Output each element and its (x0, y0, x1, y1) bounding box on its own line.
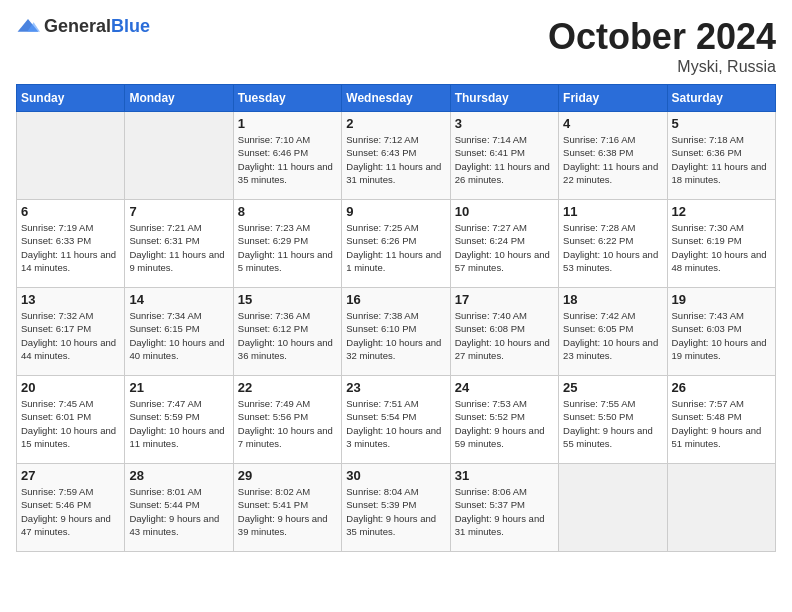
column-header-sunday: Sunday (17, 85, 125, 112)
day-number: 18 (563, 292, 662, 307)
day-detail: Sunrise: 7:25 AM Sunset: 6:26 PM Dayligh… (346, 221, 445, 274)
calendar-cell: 31Sunrise: 8:06 AM Sunset: 5:37 PM Dayli… (450, 464, 558, 552)
week-row-2: 6Sunrise: 7:19 AM Sunset: 6:33 PM Daylig… (17, 200, 776, 288)
calendar-cell: 10Sunrise: 7:27 AM Sunset: 6:24 PM Dayli… (450, 200, 558, 288)
day-detail: Sunrise: 7:47 AM Sunset: 5:59 PM Dayligh… (129, 397, 228, 450)
day-detail: Sunrise: 8:06 AM Sunset: 5:37 PM Dayligh… (455, 485, 554, 538)
column-header-tuesday: Tuesday (233, 85, 341, 112)
calendar-cell (125, 112, 233, 200)
day-detail: Sunrise: 7:28 AM Sunset: 6:22 PM Dayligh… (563, 221, 662, 274)
day-number: 31 (455, 468, 554, 483)
column-header-thursday: Thursday (450, 85, 558, 112)
day-detail: Sunrise: 7:38 AM Sunset: 6:10 PM Dayligh… (346, 309, 445, 362)
calendar-cell: 12Sunrise: 7:30 AM Sunset: 6:19 PM Dayli… (667, 200, 775, 288)
calendar-cell (17, 112, 125, 200)
day-number: 19 (672, 292, 771, 307)
day-detail: Sunrise: 7:49 AM Sunset: 5:56 PM Dayligh… (238, 397, 337, 450)
calendar-cell: 11Sunrise: 7:28 AM Sunset: 6:22 PM Dayli… (559, 200, 667, 288)
calendar-cell (559, 464, 667, 552)
calendar-cell: 2Sunrise: 7:12 AM Sunset: 6:43 PM Daylig… (342, 112, 450, 200)
day-number: 2 (346, 116, 445, 131)
calendar-cell: 8Sunrise: 7:23 AM Sunset: 6:29 PM Daylig… (233, 200, 341, 288)
calendar-cell: 1Sunrise: 7:10 AM Sunset: 6:46 PM Daylig… (233, 112, 341, 200)
calendar-cell: 22Sunrise: 7:49 AM Sunset: 5:56 PM Dayli… (233, 376, 341, 464)
day-number: 9 (346, 204, 445, 219)
column-header-monday: Monday (125, 85, 233, 112)
day-number: 3 (455, 116, 554, 131)
day-number: 6 (21, 204, 120, 219)
day-detail: Sunrise: 7:55 AM Sunset: 5:50 PM Dayligh… (563, 397, 662, 450)
day-detail: Sunrise: 7:32 AM Sunset: 6:17 PM Dayligh… (21, 309, 120, 362)
calendar-cell: 18Sunrise: 7:42 AM Sunset: 6:05 PM Dayli… (559, 288, 667, 376)
day-number: 1 (238, 116, 337, 131)
day-number: 30 (346, 468, 445, 483)
calendar-cell: 3Sunrise: 7:14 AM Sunset: 6:41 PM Daylig… (450, 112, 558, 200)
calendar-cell: 24Sunrise: 7:53 AM Sunset: 5:52 PM Dayli… (450, 376, 558, 464)
day-number: 29 (238, 468, 337, 483)
day-number: 4 (563, 116, 662, 131)
day-detail: Sunrise: 7:23 AM Sunset: 6:29 PM Dayligh… (238, 221, 337, 274)
calendar-cell: 26Sunrise: 7:57 AM Sunset: 5:48 PM Dayli… (667, 376, 775, 464)
calendar-table: SundayMondayTuesdayWednesdayThursdayFrid… (16, 84, 776, 552)
location-title: Myski, Russia (548, 58, 776, 76)
day-detail: Sunrise: 7:40 AM Sunset: 6:08 PM Dayligh… (455, 309, 554, 362)
logo-icon (16, 17, 40, 37)
calendar-cell: 17Sunrise: 7:40 AM Sunset: 6:08 PM Dayli… (450, 288, 558, 376)
calendar-cell: 20Sunrise: 7:45 AM Sunset: 6:01 PM Dayli… (17, 376, 125, 464)
day-detail: Sunrise: 8:01 AM Sunset: 5:44 PM Dayligh… (129, 485, 228, 538)
calendar-cell: 16Sunrise: 7:38 AM Sunset: 6:10 PM Dayli… (342, 288, 450, 376)
day-number: 14 (129, 292, 228, 307)
day-number: 16 (346, 292, 445, 307)
day-number: 25 (563, 380, 662, 395)
calendar-cell: 9Sunrise: 7:25 AM Sunset: 6:26 PM Daylig… (342, 200, 450, 288)
day-detail: Sunrise: 7:59 AM Sunset: 5:46 PM Dayligh… (21, 485, 120, 538)
day-detail: Sunrise: 7:16 AM Sunset: 6:38 PM Dayligh… (563, 133, 662, 186)
calendar-cell: 5Sunrise: 7:18 AM Sunset: 6:36 PM Daylig… (667, 112, 775, 200)
calendar-cell: 21Sunrise: 7:47 AM Sunset: 5:59 PM Dayli… (125, 376, 233, 464)
day-detail: Sunrise: 7:19 AM Sunset: 6:33 PM Dayligh… (21, 221, 120, 274)
day-detail: Sunrise: 7:36 AM Sunset: 6:12 PM Dayligh… (238, 309, 337, 362)
day-number: 12 (672, 204, 771, 219)
day-detail: Sunrise: 7:51 AM Sunset: 5:54 PM Dayligh… (346, 397, 445, 450)
day-number: 8 (238, 204, 337, 219)
calendar-cell: 15Sunrise: 7:36 AM Sunset: 6:12 PM Dayli… (233, 288, 341, 376)
calendar-cell: 19Sunrise: 7:43 AM Sunset: 6:03 PM Dayli… (667, 288, 775, 376)
day-detail: Sunrise: 7:45 AM Sunset: 6:01 PM Dayligh… (21, 397, 120, 450)
column-header-friday: Friday (559, 85, 667, 112)
day-number: 15 (238, 292, 337, 307)
week-row-4: 20Sunrise: 7:45 AM Sunset: 6:01 PM Dayli… (17, 376, 776, 464)
calendar-cell: 6Sunrise: 7:19 AM Sunset: 6:33 PM Daylig… (17, 200, 125, 288)
column-header-saturday: Saturday (667, 85, 775, 112)
day-detail: Sunrise: 7:42 AM Sunset: 6:05 PM Dayligh… (563, 309, 662, 362)
header-row: SundayMondayTuesdayWednesdayThursdayFrid… (17, 85, 776, 112)
logo-text-general: General (44, 16, 111, 36)
day-number: 26 (672, 380, 771, 395)
day-number: 27 (21, 468, 120, 483)
week-row-3: 13Sunrise: 7:32 AM Sunset: 6:17 PM Dayli… (17, 288, 776, 376)
day-number: 20 (21, 380, 120, 395)
day-detail: Sunrise: 7:34 AM Sunset: 6:15 PM Dayligh… (129, 309, 228, 362)
day-detail: Sunrise: 7:57 AM Sunset: 5:48 PM Dayligh… (672, 397, 771, 450)
day-number: 24 (455, 380, 554, 395)
day-detail: Sunrise: 7:30 AM Sunset: 6:19 PM Dayligh… (672, 221, 771, 274)
day-detail: Sunrise: 7:27 AM Sunset: 6:24 PM Dayligh… (455, 221, 554, 274)
calendar-cell: 4Sunrise: 7:16 AM Sunset: 6:38 PM Daylig… (559, 112, 667, 200)
page-header: GeneralBlue October 2024 Myski, Russia (16, 16, 776, 76)
day-number: 28 (129, 468, 228, 483)
day-number: 5 (672, 116, 771, 131)
day-detail: Sunrise: 7:12 AM Sunset: 6:43 PM Dayligh… (346, 133, 445, 186)
day-number: 22 (238, 380, 337, 395)
day-detail: Sunrise: 7:43 AM Sunset: 6:03 PM Dayligh… (672, 309, 771, 362)
calendar-cell: 27Sunrise: 7:59 AM Sunset: 5:46 PM Dayli… (17, 464, 125, 552)
day-number: 10 (455, 204, 554, 219)
day-detail: Sunrise: 8:04 AM Sunset: 5:39 PM Dayligh… (346, 485, 445, 538)
month-title: October 2024 (548, 16, 776, 58)
day-number: 7 (129, 204, 228, 219)
calendar-cell: 25Sunrise: 7:55 AM Sunset: 5:50 PM Dayli… (559, 376, 667, 464)
calendar-cell: 13Sunrise: 7:32 AM Sunset: 6:17 PM Dayli… (17, 288, 125, 376)
day-detail: Sunrise: 8:02 AM Sunset: 5:41 PM Dayligh… (238, 485, 337, 538)
logo: GeneralBlue (16, 16, 150, 37)
calendar-cell (667, 464, 775, 552)
day-number: 17 (455, 292, 554, 307)
day-number: 13 (21, 292, 120, 307)
